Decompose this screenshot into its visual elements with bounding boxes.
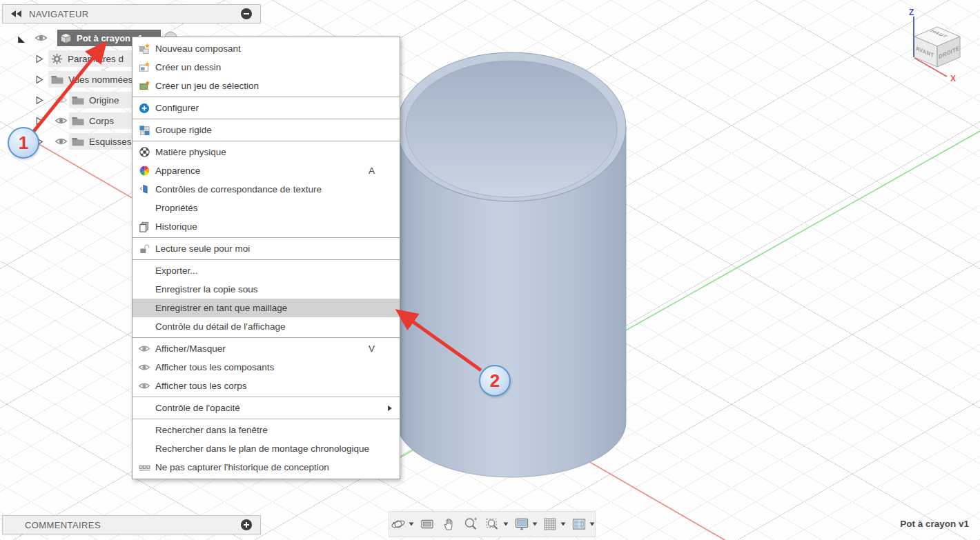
expand-closed-icon[interactable] — [35, 74, 44, 84]
menu-item-label: Contrôle de l'opacité — [155, 403, 240, 413]
menu-item-find-in-window[interactable]: Rechercher dans la fenêtre — [133, 421, 400, 439]
step1-badge: 1 — [8, 127, 39, 159]
menu-item-properties[interactable]: Propriétés — [133, 199, 400, 217]
texture-map-icon — [138, 183, 150, 196]
step2-badge: 2 — [479, 365, 511, 397]
blank-icon — [138, 402, 150, 414]
menu-separator — [133, 259, 400, 260]
menu-item-label: Rechercher dans le plan de montage chron… — [155, 443, 369, 454]
menu-item-label: Afficher tous les composants — [155, 362, 274, 372]
comments-panel-header[interactable]: COMMENTAIRES — [2, 515, 261, 534]
menu-item-label: Matière physique — [155, 147, 226, 157]
visibility-hidden-eye-icon[interactable] — [55, 95, 68, 105]
viewcube-z-label: Z — [909, 8, 914, 17]
blank-icon — [138, 424, 150, 437]
rigid-group-icon — [138, 124, 150, 137]
tree-item-label: Paramètres d — [68, 54, 124, 64]
menu-separator — [133, 97, 400, 97]
view-navigation-toolbar — [389, 511, 596, 537]
blank-icon — [138, 265, 150, 277]
menu-item-save-copy-as[interactable]: Enregistrer la copie sous — [133, 280, 400, 299]
component-context-menu: Nouveau composantCréer un dessinCréer un… — [132, 37, 400, 479]
menu-item-label: Apparence — [155, 166, 200, 176]
display-settings-dropdown-caret-icon[interactable] — [532, 522, 538, 526]
menu-item-opacity-control[interactable]: Contrôle de l'opacité — [133, 399, 400, 417]
menu-item-label: Ne pas capturer l'historique de concepti… — [155, 462, 329, 472]
menu-item-show-all-bodies[interactable]: Afficher tous les corps — [133, 377, 400, 395]
folder-icon — [51, 74, 63, 84]
expand-closed-icon[interactable] — [35, 116, 44, 126]
orbit-dropdown-caret-icon[interactable] — [409, 522, 414, 526]
read-only-icon — [138, 243, 150, 255]
grid-settings-button[interactable] — [541, 514, 559, 534]
viewports-button[interactable] — [570, 514, 588, 534]
zoom-window-dropdown-caret-icon[interactable] — [503, 522, 509, 526]
history-icon — [138, 221, 150, 233]
blank-icon — [138, 202, 150, 214]
menu-item-save-as-mesh[interactable]: Enregistrer en tant que maillage — [133, 299, 400, 317]
menu-item-display-detail-control[interactable]: Contrôle du détail de l'affichage — [133, 317, 400, 336]
menu-item-do-not-capture-design-history[interactable]: Ne pas capturer l'historique de concepti… — [133, 458, 400, 477]
viewports-dropdown-caret-icon[interactable] — [589, 522, 595, 526]
look-at-button[interactable] — [418, 514, 436, 534]
tree-item-label: Vues nommées — [68, 74, 133, 85]
menu-item-label: Rechercher dans la fenêtre — [155, 425, 268, 435]
grid-settings-dropdown-caret-icon[interactable] — [560, 522, 566, 526]
menu-item-label: Contrôle du détail de l'affichage — [155, 321, 285, 332]
submenu-arrow-icon — [387, 405, 393, 412]
menu-item-history[interactable]: Historique — [133, 217, 400, 236]
zoom-button[interactable] — [462, 514, 480, 534]
no-capture-icon — [138, 461, 150, 474]
pan-button[interactable] — [440, 514, 458, 534]
menu-item-new-component[interactable]: Nouveau composant — [133, 39, 400, 58]
visibility-eye-icon[interactable] — [35, 33, 48, 43]
gear-icon — [51, 53, 63, 65]
menu-item-rigid-group[interactable]: Groupe rigide — [133, 121, 400, 139]
orbit-button[interactable] — [389, 514, 407, 534]
menu-item-appearance[interactable]: ApparenceA — [133, 161, 400, 180]
add-comment-button[interactable] — [241, 519, 252, 530]
menu-item-show-all-components[interactable]: Afficher tous les composants — [133, 358, 400, 377]
display-settings-button[interactable] — [513, 514, 531, 534]
component-cube-icon — [60, 32, 72, 44]
menu-item-label: Contrôles de correspondance de texture — [155, 184, 322, 194]
menu-item-create-selection-set[interactable]: Créer un jeu de sélection — [133, 77, 400, 95]
pot-body-3d[interactable] — [397, 52, 626, 477]
menu-item-find-in-timeline[interactable]: Rechercher dans le plan de montage chron… — [133, 439, 400, 458]
menu-item-label: Lecture seule pour moi — [155, 243, 250, 254]
menu-item-show-hide[interactable]: Afficher/MasquerV — [133, 339, 400, 358]
appearance-icon — [138, 165, 150, 177]
visibility-eye-icon[interactable] — [55, 116, 68, 126]
navigator-panel-header[interactable]: NAVIGATEUR — [2, 4, 261, 23]
menu-separator — [133, 141, 400, 141]
visibility-eye-icon[interactable] — [55, 137, 68, 146]
expand-closed-icon[interactable] — [35, 95, 44, 105]
menu-item-read-only-for-me[interactable]: Lecture seule pour moi — [133, 239, 400, 258]
menu-item-label: Créer un jeu de sélection — [155, 81, 259, 91]
eye-icon — [138, 361, 150, 374]
minimize-panel-button[interactable] — [241, 8, 252, 19]
document-name: Pot à crayon v1 — [900, 519, 969, 529]
zoom-window-button[interactable] — [484, 514, 502, 534]
expand-closed-icon[interactable] — [35, 54, 44, 63]
tree-item-label: Origine — [89, 95, 119, 106]
menu-item-configure[interactable]: Configurer — [133, 99, 400, 117]
folder-icon — [72, 137, 84, 146]
menu-separator — [133, 419, 400, 419]
folder-icon — [72, 116, 84, 126]
menu-item-create-drawing[interactable]: Créer un dessin — [133, 58, 400, 77]
menu-item-physical-material[interactable]: Matière physique — [133, 143, 400, 161]
menu-separator — [133, 119, 400, 119]
folder-icon — [72, 95, 84, 105]
menu-item-export[interactable]: Exporter... — [133, 261, 400, 280]
menu-separator — [133, 237, 400, 238]
blank-icon — [138, 443, 150, 455]
blank-icon — [138, 302, 150, 314]
menu-item-label: Enregistrer la copie sous — [155, 284, 258, 294]
viewcube[interactable]: HAUT AVANT DROITE Z X — [892, 4, 980, 94]
configure-icon — [138, 102, 150, 114]
menu-item-texture-map-controls[interactable]: Contrôles de correspondance de texture — [133, 180, 400, 199]
collapse-panel-icon[interactable] — [11, 10, 22, 17]
step2-number: 2 — [490, 370, 500, 392]
expand-open-icon[interactable] — [17, 34, 26, 43]
